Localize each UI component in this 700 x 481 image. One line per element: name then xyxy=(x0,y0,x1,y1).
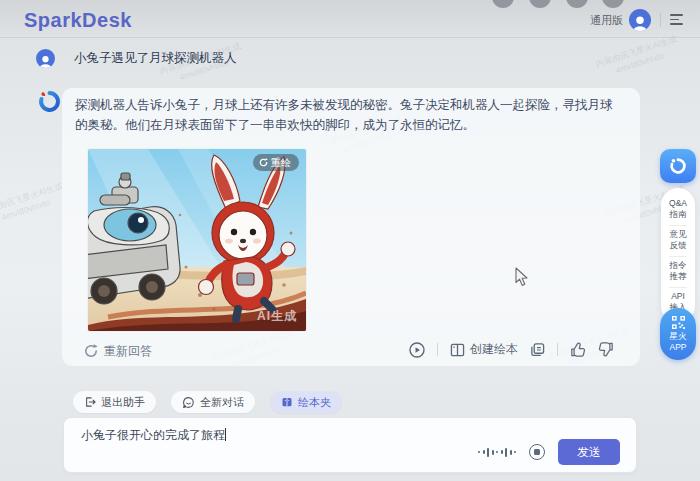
thumbs-down-icon xyxy=(598,342,614,357)
ai-generated-watermark: AI生成 xyxy=(257,308,297,325)
refresh-icon xyxy=(84,344,98,358)
sidebar-item-feedback[interactable]: 意见 反馈 xyxy=(661,226,695,256)
ai-message-text: 探测机器人告诉小兔子，月球上还有许多未被发现的秘密。兔子决定和机器人一起探险，寻… xyxy=(75,95,623,135)
picture-book-folder-label: 绘本夹 xyxy=(298,395,331,410)
assistant-toolbar: 退出助手 全新对话 绘本夹 xyxy=(73,391,342,413)
user-avatar xyxy=(36,49,55,68)
person-icon xyxy=(38,54,53,68)
content-watermark: 内容由讯飞星火AI生成4mvI80vhIxto xyxy=(594,34,682,83)
user-message-text: 小兔子遇见了月球探测机器人 xyxy=(74,50,237,67)
message-input-box[interactable]: 小兔子很开心的完成了旅程 发送 xyxy=(63,417,637,473)
overlay-control-icon[interactable] xyxy=(492,0,514,8)
exit-icon xyxy=(84,396,96,408)
chat-bubble-icon xyxy=(182,396,195,409)
spark-ai-avatar-icon xyxy=(38,90,61,113)
top-bar: SparkDesk 通用版 xyxy=(0,0,700,38)
regenerate-label: 重新回答 xyxy=(104,343,152,360)
thumbs-up-icon xyxy=(570,342,586,357)
input-text[interactable]: 小兔子很开心的完成了旅程 xyxy=(81,427,226,444)
sidebar-item-prompt-recommend[interactable]: 指令 推荐 xyxy=(661,257,695,287)
copy-icon xyxy=(530,342,545,357)
user-message-row: 小兔子遇见了月球探测机器人 xyxy=(36,49,237,68)
book-icon xyxy=(450,343,465,357)
response-actions: 重新回答 创建绘本 xyxy=(84,341,632,361)
regenerate-button[interactable]: 重新回答 xyxy=(84,343,152,360)
spark-app-label: 星火 APP xyxy=(669,331,686,352)
overlay-control-icon[interactable] xyxy=(602,0,624,8)
thumbs-down-button[interactable] xyxy=(598,342,614,357)
record-stop-button[interactable] xyxy=(529,444,545,460)
divider xyxy=(660,13,661,27)
thumbs-up-button[interactable] xyxy=(570,342,586,357)
spark-assistant-button[interactable] xyxy=(660,149,696,183)
create-picture-book-label: 创建绘本 xyxy=(470,341,518,358)
refresh-icon xyxy=(259,158,268,167)
copy-button[interactable] xyxy=(530,342,545,357)
sparkdesk-app: 内容由讯飞星火AI生成4mvI80vhIxto 内容由讯飞星火AI生成4mvI8… xyxy=(0,0,700,481)
version-label: 通用版 xyxy=(590,13,623,28)
qr-code-icon xyxy=(672,316,685,329)
divider xyxy=(437,343,438,356)
create-picture-book-button[interactable]: 创建绘本 xyxy=(450,341,518,358)
user-avatar[interactable] xyxy=(629,9,651,31)
help-sidebar: Q&A 指南 意见 反馈 指令 推荐 API 接入 xyxy=(661,188,695,323)
new-chat-label: 全新对话 xyxy=(200,395,244,410)
picture-book-folder-button[interactable]: 绘本夹 xyxy=(270,391,342,413)
text-caret xyxy=(225,428,226,441)
rabbit-astronaut-illustration xyxy=(88,149,306,331)
new-chat-button[interactable]: 全新对话 xyxy=(171,391,255,413)
content-watermark: 内容由讯飞星火AI生成4mvI80vhIxto xyxy=(0,181,68,230)
overlay-control-icon[interactable] xyxy=(566,0,588,8)
redraw-label: 重绘 xyxy=(271,156,291,170)
response-action-icons: 创建绘本 xyxy=(409,341,614,358)
spark-app-button[interactable]: 星火 APP xyxy=(660,308,696,360)
send-button[interactable]: 发送 xyxy=(558,439,620,465)
menu-icon[interactable] xyxy=(670,14,684,25)
app-logo: SparkDesk xyxy=(24,9,132,32)
overlay-control-icon[interactable] xyxy=(529,0,551,8)
voice-waveform-icon[interactable] xyxy=(478,445,516,459)
composer-controls: 发送 xyxy=(478,439,620,465)
divider xyxy=(557,343,558,356)
generated-image[interactable]: 重绘 AI生成 xyxy=(88,149,306,331)
exit-assistant-label: 退出助手 xyxy=(101,395,145,410)
play-audio-button[interactable] xyxy=(409,342,425,358)
person-icon xyxy=(631,14,649,31)
play-icon xyxy=(409,342,425,358)
picture-book-icon xyxy=(281,396,293,408)
redraw-button[interactable]: 重绘 xyxy=(253,154,299,171)
exit-assistant-button[interactable]: 退出助手 xyxy=(73,391,156,413)
spark-flame-icon xyxy=(669,157,687,175)
sidebar-item-qa-guide[interactable]: Q&A 指南 xyxy=(661,195,695,225)
